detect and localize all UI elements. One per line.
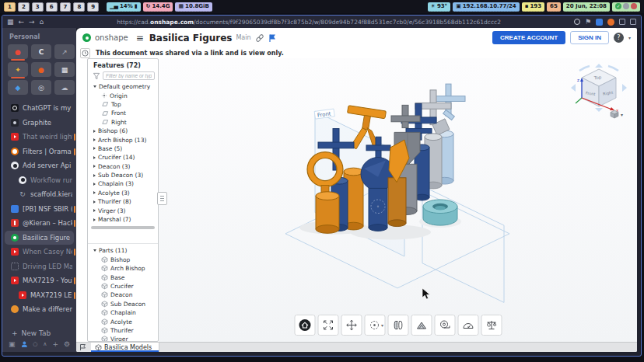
view-options-dropdown[interactable]: ▾ [610, 110, 623, 119]
tree-group-marshal[interactable]: Marshal (7) [88, 215, 158, 224]
tree-group-chaplain[interactable]: Chaplain (3) [88, 179, 158, 188]
viewcube-arrow-down[interactable] [595, 108, 603, 112]
tab-youtube-light[interactable]: That weird light at t [2, 130, 76, 144]
chevron-right-icon[interactable] [93, 183, 96, 186]
tree-group-base[interactable]: Base (5) [88, 144, 158, 153]
tree-plane-front[interactable]: Front [88, 109, 158, 117]
tab-chatgpt[interactable]: ChatGPT is my Writi [2, 101, 76, 116]
tab-max7219[interactable]: MAX7219 - YouTube [2, 273, 76, 288]
new-tab-button[interactable]: +New Tab [2, 329, 76, 337]
workspace-button-1[interactable]: 1 [4, 2, 16, 12]
tree-group-acolyte[interactable]: Acolyte (3) [88, 189, 158, 197]
tree-group-arch-bishop[interactable]: Arch Bishop (13) [88, 135, 158, 144]
tile-windows-icon[interactable] [630, 19, 636, 25]
tab-github-pr[interactable]: Add server Api by k [2, 158, 76, 173]
help-caret-icon[interactable]: ▾ [628, 35, 631, 40]
forward-button[interactable]: → [29, 19, 35, 26]
tab-scaffold[interactable]: ↻scaffold.kierank.h [2, 187, 76, 202]
tab-hackclub[interactable]: @Kieran – Hack C [2, 216, 76, 231]
angle-measure-button[interactable] [457, 315, 478, 336]
settings-gear-icon[interactable]: ⚙ [64, 340, 70, 348]
trash-icon[interactable]: ▣ [9, 340, 16, 348]
viewcube-rotate-arc[interactable] [579, 66, 590, 71]
view-cube[interactable]: Top Front Right z x [569, 63, 629, 113]
tree-group-thurifer[interactable]: Thurifer (8) [88, 197, 158, 206]
viewcube-arrow-up[interactable] [595, 64, 603, 68]
profile-icon[interactable] [21, 340, 28, 348]
speed-dial-drive[interactable]: ◆ [8, 80, 28, 95]
chevron-right-icon[interactable] [93, 218, 96, 221]
tab-nsf-sbir[interactable]: [PB] NSF SBIR (N [2, 202, 76, 217]
model-canvas[interactable]: Front [159, 58, 637, 342]
speed-dial-target[interactable]: ◎ [31, 80, 51, 95]
sign-in-button[interactable]: SIGN IN [570, 31, 609, 44]
panel-toggle-icon[interactable] [619, 19, 625, 25]
chevron-down-icon[interactable] [93, 249, 96, 252]
workspace-button-6[interactable]: 6 [46, 2, 58, 12]
rotate-view-button[interactable]: ▾ [364, 315, 385, 336]
back-button[interactable]: ← [19, 19, 25, 26]
sync-status-icon[interactable]: ○ [33, 341, 37, 347]
extension-orange-icon[interactable] [607, 19, 614, 26]
mass-properties-button[interactable] [481, 315, 502, 336]
workspace-name[interactable]: Main [236, 34, 250, 41]
part-bishop[interactable]: Bishop [88, 256, 158, 264]
chevron-right-icon[interactable] [93, 174, 96, 177]
workspace-button-8[interactable]: 8 [73, 2, 85, 12]
filter-input[interactable] [103, 71, 155, 80]
shield-icon[interactable] [574, 19, 580, 25]
tree-group-crucifer[interactable]: Crucifer (14) [88, 153, 158, 162]
chevron-right-icon[interactable] [93, 147, 96, 150]
viewcube-arrow-left[interactable] [571, 84, 576, 92]
share-link-icon[interactable] [255, 33, 264, 43]
speed-dial-reddit[interactable]: ● [31, 62, 51, 77]
tree-plane-right[interactable]: Right [88, 118, 158, 127]
tree-plane-top[interactable]: Top [88, 100, 158, 109]
viewcube-arrow-right[interactable] [622, 84, 627, 92]
tab-make-a-difference[interactable]: Make a difference w [2, 302, 76, 317]
workspace-button-2[interactable]: 2 [18, 2, 30, 12]
figure-orange-blade[interactable] [388, 140, 409, 226]
zoom-fit-button[interactable] [317, 315, 338, 336]
chevron-right-icon[interactable] [93, 191, 96, 194]
part-chaplain[interactable]: Chaplain [88, 308, 158, 317]
tree-origin[interactable]: Origin [88, 91, 158, 99]
add-icon[interactable]: + [52, 340, 58, 348]
horizontal-scrollbar[interactable] [91, 226, 155, 229]
chevron-right-icon[interactable] [93, 130, 96, 133]
chevron-right-icon[interactable] [93, 156, 96, 159]
hamburger-menu-icon[interactable]: ≡ [136, 33, 144, 44]
speed-dial-star[interactable]: ✦ [8, 62, 28, 77]
create-account-button[interactable]: CREATE ACCOUNT [492, 31, 565, 44]
viewport-3d[interactable]: Front [159, 58, 637, 342]
tab-graphite[interactable]: Graphite [2, 116, 76, 131]
tab-workflow-runs[interactable]: Workflow runs - [2, 173, 76, 188]
chevron-down-icon[interactable] [93, 85, 96, 88]
part-base[interactable]: Base [88, 273, 158, 281]
chevron-right-icon[interactable] [93, 165, 96, 168]
window-menu-icon[interactable]: ▦ [7, 19, 14, 26]
speed-dial-refresh[interactable]: C [31, 44, 51, 59]
tab-basilica-figures[interactable]: Basilica Figures | [5, 231, 74, 245]
chevron-right-icon[interactable] [93, 138, 96, 141]
follow-flag-icon[interactable] [268, 33, 276, 43]
viewcube-rotate-arc[interactable] [608, 66, 618, 71]
chevron-down-icon[interactable]: ▾ [381, 322, 383, 328]
extension-icon[interactable] [596, 19, 603, 26]
tree-group-deacon[interactable]: Deacon (3) [88, 162, 158, 171]
part-deacon[interactable]: Deacon [88, 291, 158, 299]
chevron-right-icon[interactable] [93, 209, 96, 212]
workspace-button-3[interactable]: 3 [32, 2, 44, 12]
measure-button[interactable] [434, 315, 455, 336]
features-panel-toggle[interactable] [157, 192, 167, 205]
speed-dial-cloud[interactable]: ☁ [54, 80, 75, 95]
tab-max7219-led[interactable]: MAX7219 LED mu [2, 288, 76, 303]
part-arch-bishop[interactable]: Arch Bishop [88, 264, 158, 273]
part-sub-deacon[interactable]: Sub Deacon [88, 300, 158, 308]
tree-group-sub-deacon[interactable]: Sub Deacon (3) [88, 171, 158, 179]
workspace-button-9[interactable]: 9 [87, 2, 99, 12]
home-button[interactable]: ⌂ [40, 19, 44, 26]
part-thurifer[interactable]: Thurifer [88, 326, 158, 335]
part-crucifer[interactable]: Crucifer [88, 282, 158, 291]
tab-casey-neistat[interactable]: When Casey Neista [2, 245, 76, 259]
